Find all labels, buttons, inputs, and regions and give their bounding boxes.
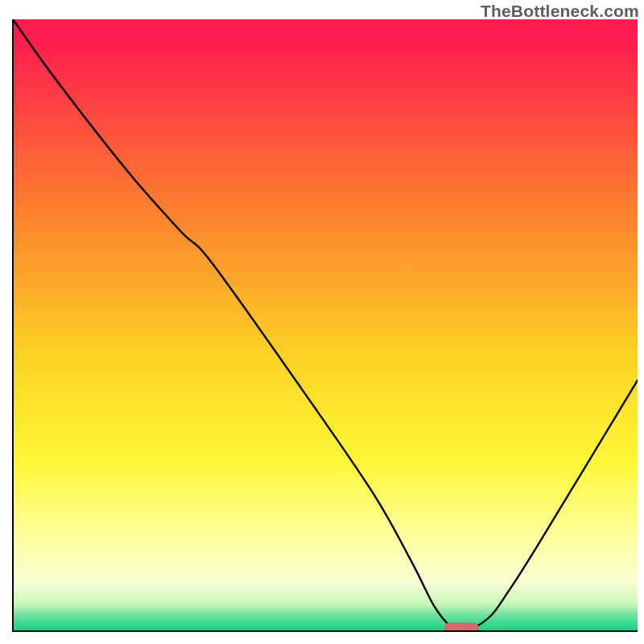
chart-svg: [0, 0, 644, 644]
bottleneck-chart: TheBottleneck.com: [0, 0, 644, 644]
watermark-text: TheBottleneck.com: [481, 2, 639, 21]
gradient-background: [13, 19, 638, 631]
